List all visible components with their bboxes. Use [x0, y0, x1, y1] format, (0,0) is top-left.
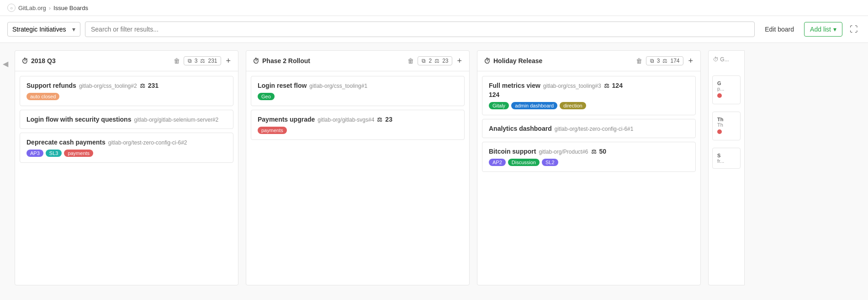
label-badge[interactable]: SL2	[542, 159, 558, 166]
partial-card-2: Th Th	[712, 112, 741, 140]
card-2018q3-1[interactable]: Login flow with security questions gitla…	[20, 110, 233, 129]
card-holidayrelease-2[interactable]: Bitcoin support gitlab-org/Product#6⚖50A…	[482, 142, 696, 172]
partial-card-1: G p...	[712, 75, 741, 104]
milestone-icon: ⏱	[253, 57, 259, 65]
copy-icon: ⧉	[650, 58, 654, 64]
add-list-label: Add list	[810, 26, 831, 33]
card-2018q3-0[interactable]: Support refunds gitlab-org/css_tooling#2…	[20, 76, 233, 106]
card-phase2rollout-1[interactable]: Payments upgrade gitlab-org/gitlab-svgs#…	[251, 110, 465, 140]
card-phase2rollout-0[interactable]: Login reset flow gitlab-org/css_tooling#…	[251, 76, 465, 106]
card-ref-text: gitlab-org/css_tooling#1	[309, 83, 367, 89]
label-badge[interactable]: admin dashboard	[511, 102, 557, 109]
counter-box: ⧉ 2 ⚖ 23	[418, 56, 452, 65]
label-badge[interactable]: payments	[258, 127, 287, 134]
partial-card-3: S fr...	[712, 148, 741, 169]
card-title-text: Analytics dashboard	[489, 125, 552, 132]
card-labels: Gitalyadmin dashboarddirection	[489, 102, 689, 109]
toolbar: Strategic Initiatives ▾ Edit board Add l…	[0, 16, 868, 43]
weight-icon: ⚖	[604, 82, 609, 89]
card-title-row: Payments upgrade gitlab-org/gitlab-svgs#…	[258, 116, 458, 123]
column-title-2018q3: ⏱ 2018 Q3	[21, 57, 56, 65]
card-title-row: Analytics dashboard gitlab-org/test-zero…	[489, 125, 689, 132]
card-2018q3-2[interactable]: Deprecate cash payments gitlab-org/test-…	[20, 133, 233, 163]
breadcrumb-current-page: Issue Boards	[53, 5, 88, 11]
board-column-phase2rollout: ⏱ Phase 2 Rollout 🗑 ⧉ 2 ⚖ 23 + Login res…	[246, 50, 470, 285]
add-issue-button[interactable]: +	[225, 57, 232, 65]
weight-number: 231	[148, 82, 159, 89]
card-ref-text: gitlab-org/css_tooling#3	[543, 83, 601, 89]
weight-display: 124	[489, 91, 689, 98]
card-labels: Geo	[258, 93, 458, 100]
column-title-holidayrelease: ⏱ Holiday Release	[484, 57, 542, 65]
card-title-row: Deprecate cash payments gitlab-org/test-…	[26, 139, 227, 146]
label-badge[interactable]: Geo	[258, 93, 275, 100]
card-labels: auto closed	[26, 93, 227, 100]
copy-icon: ⧉	[188, 58, 192, 64]
board-column-2018q3: ⏱ 2018 Q3 🗑 ⧉ 3 ⚖ 231 + Support refunds …	[15, 50, 238, 285]
label-badge[interactable]: auto closed	[26, 93, 59, 100]
card-title-row: Full metrics view gitlab-org/css_tooling…	[489, 82, 689, 89]
card-ref-text: gitlab-org/gitlab-selenium-server#2	[134, 117, 218, 123]
weight-icon: ⚖	[434, 58, 439, 64]
card-ref-text: gitlab-org/test-zero-config-ci-6#1	[555, 126, 634, 132]
card-title-text: Support refunds	[26, 82, 76, 89]
card-ref-text: gitlab-org/test-zero-config-ci-6#2	[108, 139, 187, 146]
fullscreen-button[interactable]: ⛶	[847, 22, 861, 37]
org-link[interactable]: GitLab.org	[18, 5, 46, 11]
column-header-2018q3: ⏱ 2018 Q3 🗑 ⧉ 3 ⚖ 231 +	[15, 51, 238, 71]
column-header-holidayrelease: ⏱ Holiday Release 🗑 ⧉ 3 ⚖ 174 +	[477, 51, 700, 71]
column-header-actions: 🗑 ⧉ 3 ⚖ 231 +	[174, 56, 232, 65]
label-badge[interactable]: payments	[64, 150, 93, 157]
scroll-left-arrow[interactable]: ◀	[0, 50, 11, 285]
column-body-holidayrelease: Full metrics view gitlab-org/css_tooling…	[477, 71, 700, 177]
card-title-text: Bitcoin support	[489, 148, 536, 155]
card-title-row: Support refunds gitlab-org/css_tooling#2…	[26, 82, 227, 89]
board-selector-button[interactable]: Strategic Initiatives ▾	[7, 22, 80, 37]
label-badge[interactable]: direction	[560, 102, 586, 109]
partial-column: ⏱ G... G p... Th Th S fr...	[708, 50, 745, 285]
weight-number: 124	[612, 82, 623, 89]
label-badge[interactable]: AP2	[489, 159, 506, 166]
weight-number: 50	[599, 148, 607, 155]
trash-icon[interactable]: 🗑	[174, 57, 180, 64]
board-area: ◀ ⏱ 2018 Q3 🗑 ⧉ 3 ⚖ 231 + Support refund…	[0, 43, 868, 293]
card-title-text: Login flow with security questions	[26, 116, 131, 123]
card-title-text: Full metrics view	[489, 82, 540, 89]
counter-box: ⧉ 3 ⚖ 174	[646, 56, 684, 65]
weight-icon: ⚖	[377, 116, 382, 123]
label-badge[interactable]: AP3	[26, 150, 43, 157]
trash-icon[interactable]: 🗑	[408, 57, 414, 64]
card-ref-text: gitlab-org/Product#6	[539, 149, 588, 155]
column-title-phase2rollout: ⏱ Phase 2 Rollout	[253, 57, 310, 65]
board-name-label: Strategic Initiatives	[12, 26, 66, 33]
board-column-holidayrelease: ⏱ Holiday Release 🗑 ⧉ 3 ⚖ 174 + Full met…	[477, 50, 701, 285]
counter-box: ⧉ 3 ⚖ 231	[184, 56, 222, 65]
add-issue-button[interactable]: +	[456, 57, 463, 65]
weight-number: 23	[385, 116, 392, 123]
card-ref-text: gitlab-org/gitlab-svgs#4	[318, 117, 374, 123]
milestone-icon: ⏱	[21, 57, 28, 65]
search-input[interactable]	[85, 21, 755, 37]
milestone-icon: ⏱	[484, 57, 491, 65]
add-issue-button[interactable]: +	[687, 57, 694, 65]
card-title-text: Payments upgrade	[258, 116, 315, 123]
weight-icon: ⚖	[591, 148, 597, 155]
edit-board-button[interactable]: Edit board	[759, 22, 799, 37]
card-holidayrelease-1[interactable]: Analytics dashboard gitlab-org/test-zero…	[482, 119, 696, 138]
column-header-actions: 🗑 ⧉ 2 ⚖ 23 +	[408, 56, 463, 65]
weight-icon: ⚖	[200, 58, 205, 64]
card-holidayrelease-0[interactable]: Full metrics view gitlab-org/css_tooling…	[482, 76, 696, 115]
card-labels: AP3SL3payments	[26, 150, 227, 157]
label-badge[interactable]: Gitaly	[489, 102, 509, 109]
trash-icon[interactable]: 🗑	[636, 57, 642, 64]
column-header-phase2rollout: ⏱ Phase 2 Rollout 🗑 ⧉ 2 ⚖ 23 +	[246, 51, 469, 71]
card-title-text: Deprecate cash payments	[26, 139, 106, 146]
breadcrumb-separator: ›	[49, 5, 51, 11]
add-list-chevron-icon: ▾	[833, 26, 836, 33]
label-badge[interactable]: Discussion	[508, 159, 540, 166]
column-body-2018q3: Support refunds gitlab-org/css_tooling#2…	[15, 71, 238, 167]
label-badge[interactable]: SL3	[46, 150, 62, 157]
breadcrumb-nav: ○ GitLab.org › Issue Boards	[0, 0, 868, 16]
chevron-down-icon: ▾	[72, 26, 75, 33]
add-list-button[interactable]: Add list ▾	[804, 22, 842, 37]
